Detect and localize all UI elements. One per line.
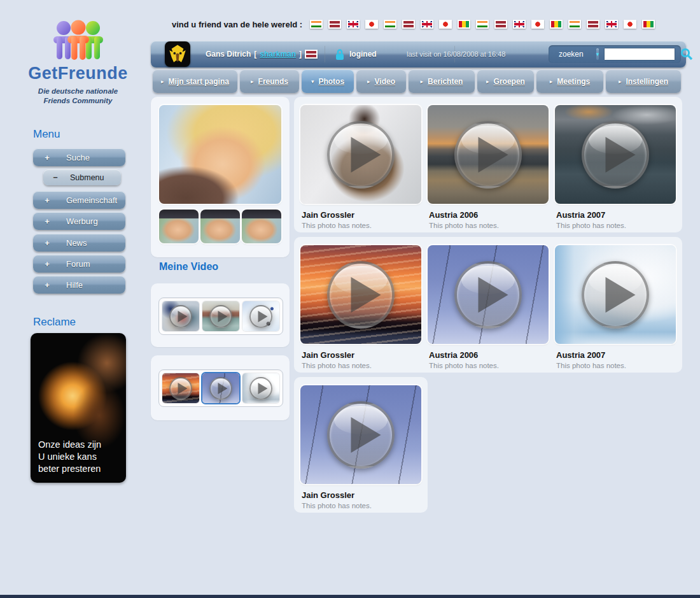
video-title[interactable]: Jain Grossler: [302, 350, 421, 360]
video-thumb-austria-2006[interactable]: [428, 105, 549, 204]
minus-icon: −: [51, 173, 60, 182]
tab-instellingen[interactable]: ▸ Instellingen: [606, 69, 681, 93]
sidebar-item-gemeinschaft[interactable]: + Gemeinschaft: [33, 191, 125, 209]
plus-icon: +: [43, 153, 52, 162]
tab-berichten[interactable]: ▸ Berichten: [409, 69, 475, 93]
video-thumb-winter-plants[interactable]: [428, 245, 549, 344]
play-button[interactable]: [582, 121, 649, 189]
flag-japan-icon: [624, 20, 636, 29]
video-card: Austria 2007 This photo has notes.: [555, 105, 676, 224]
mini-video-venice[interactable]: [202, 301, 239, 331]
play-button[interactable]: [454, 121, 522, 189]
search-input[interactable]: [604, 48, 675, 61]
plus-icon: +: [43, 280, 52, 290]
profile-thumb-3[interactable]: [242, 210, 281, 243]
video-title[interactable]: Jain Grossler: [302, 210, 421, 220]
video-card: Austria 2007 This photo has notes.: [555, 245, 676, 364]
sidebar-item-forum[interactable]: + Forum: [33, 255, 125, 273]
user-avatar[interactable]: [165, 41, 190, 67]
video-title[interactable]: Austria 2006: [429, 350, 549, 360]
user-bar: Gans Ditrich [ sharkman ] logined last v…: [151, 41, 686, 68]
tab-label: Groepen: [494, 77, 525, 86]
video-grid-row-1: Jain Grossler This photo has notes. Aust…: [294, 97, 682, 232]
mini-video-winter-selected[interactable]: [202, 373, 239, 403]
flag-latvia-icon: [328, 20, 341, 29]
flag-india-icon: [310, 20, 323, 29]
play-button[interactable]: [209, 305, 232, 328]
sidebar-item-suche[interactable]: + Suche: [33, 148, 125, 166]
sidebar-item-label: Gemeinschaft: [66, 196, 117, 205]
video-title[interactable]: Jain Grossler: [302, 490, 421, 500]
tab-groepen[interactable]: ▸ Groepen: [477, 69, 534, 93]
video-title[interactable]: Austria 2006: [429, 210, 549, 220]
flag-india-icon: [568, 20, 581, 29]
sidebar-item-label: News: [66, 238, 87, 248]
video-title[interactable]: Austria 2007: [556, 210, 676, 220]
ad-text-line1: Onze ideas zijn: [38, 439, 101, 451]
chevron-right-icon: ▸: [550, 78, 553, 85]
footer-bar: [0, 595, 700, 598]
sidebar-item-werburg[interactable]: + Werburg: [33, 212, 125, 230]
people-logo-icon: [48, 19, 108, 62]
logo[interactable]: [48, 19, 108, 65]
flag-japan-icon: [531, 20, 544, 29]
play-button[interactable]: [582, 261, 649, 329]
mini-video-ski[interactable]: [242, 301, 279, 331]
video-thumb-winter-portrait[interactable]: [300, 105, 421, 204]
video-thumb-austria-2007[interactable]: [555, 105, 676, 204]
tab-label: Meetings: [557, 77, 590, 86]
play-button[interactable]: [327, 401, 395, 469]
flag-uk-icon: [605, 20, 618, 29]
sidebar-item-submenu[interactable]: − Submenu: [43, 169, 121, 185]
mini-video-sunset[interactable]: [162, 373, 199, 403]
video-grid-row-3: Jain Grossler This photo has notes.: [294, 377, 428, 513]
tab-video[interactable]: ▸ Video: [356, 69, 406, 93]
sidebar-item-label: Hilfe: [66, 280, 83, 290]
mini-video-snowtrees[interactable]: [242, 373, 279, 403]
play-button[interactable]: [169, 305, 192, 328]
nickname-link[interactable]: sharkman: [260, 50, 296, 59]
chevron-down-icon: ▾: [596, 51, 599, 57]
profile-thumb-1[interactable]: [159, 210, 199, 243]
user-name: Gans Ditrich: [206, 50, 251, 59]
play-button[interactable]: [327, 121, 395, 189]
play-button[interactable]: [169, 377, 192, 400]
tab-mijn-start-pagina[interactable]: ▸ Mijn start pagina: [153, 69, 237, 93]
tab-photos[interactable]: ▾ Photos: [302, 69, 354, 93]
flag-japan-icon: [439, 20, 452, 29]
getfreunde-page: vind u friend van de hele wereld : Gans …: [0, 0, 700, 598]
play-button[interactable]: [209, 377, 232, 400]
mini-video-group-trip[interactable]: [162, 301, 199, 331]
profile-main-photo[interactable]: [159, 105, 281, 204]
ad-text: Onze ideas zijn U unieke kans beter pres…: [38, 439, 101, 475]
video-note: This photo has notes.: [302, 502, 421, 509]
tab-meetings[interactable]: ▸ Meetings: [536, 69, 603, 93]
profile-thumb-2[interactable]: [200, 210, 240, 243]
video-thumb-snowy-trees[interactable]: [555, 245, 676, 344]
meine-video-panel-1: [151, 283, 290, 347]
flag-uk-icon: [347, 20, 360, 29]
video-title[interactable]: Austria 2007: [556, 350, 676, 360]
advertisement-banner[interactable]: Onze ideas zijn U unieke kans beter pres…: [31, 333, 126, 483]
tab-freunds[interactable]: ▸ Freunds: [240, 69, 299, 93]
logined-label: logined: [349, 50, 377, 59]
play-button[interactable]: [327, 261, 395, 329]
bracket-close: ]: [299, 50, 302, 59]
play-button[interactable]: [249, 305, 272, 328]
search-submit-button[interactable]: [680, 47, 693, 61]
search-scope-dropdown[interactable]: ▾: [596, 48, 599, 60]
sidebar-item-news[interactable]: + News: [33, 234, 125, 252]
latvia-flag-icon: [305, 50, 318, 59]
sidebar-item-hilfe[interactable]: + Hilfe: [33, 276, 125, 294]
samurai-avatar-icon: [167, 43, 188, 65]
video-note: This photo has notes.: [429, 362, 549, 369]
play-button[interactable]: [249, 377, 272, 400]
login-status: logined: [335, 41, 377, 68]
site-title[interactable]: GetFreunde: [25, 64, 130, 83]
site-tagline-line1: Die deutsche nationale: [25, 87, 130, 96]
video-thumb-sunset[interactable]: [300, 245, 421, 344]
video-thumb-winter-plants[interactable]: [300, 385, 421, 484]
ad-text-line3: beter presteren: [38, 463, 101, 475]
site-tagline: Die deutsche nationale Friends Community: [25, 87, 130, 106]
play-button[interactable]: [454, 261, 522, 329]
